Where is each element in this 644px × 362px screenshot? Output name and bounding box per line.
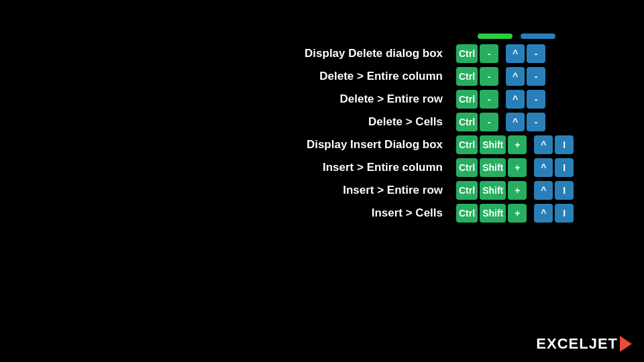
- win-key: +: [508, 135, 527, 154]
- shortcut-label: Delete > Entire row: [80, 93, 456, 106]
- shortcut-label: Delete > Entire column: [80, 70, 456, 83]
- mac-key: I: [555, 204, 574, 223]
- mac-key: I: [555, 181, 574, 200]
- mac-key: ^: [506, 113, 525, 131]
- shortcut-label: Delete > Cells: [80, 115, 456, 129]
- shortcut-label: Display Insert Dialog box: [80, 138, 456, 152]
- mac-key: -: [527, 44, 545, 63]
- mac-key: -: [527, 67, 545, 86]
- shortcut-row: Delete > CellsCtrl-^-: [80, 113, 604, 131]
- win-key: -: [480, 113, 498, 131]
- shortcut-keys: Ctrl-^-: [456, 67, 604, 86]
- shortcuts-table: Display Delete dialog boxCtrl-^-Delete >…: [0, 44, 644, 223]
- mac-header: [521, 34, 555, 39]
- mac-key: ^: [506, 90, 525, 109]
- shortcut-keys: CtrlShift+^I: [456, 135, 604, 154]
- win-key: Shift: [480, 204, 506, 223]
- shortcut-row: Insert > CellsCtrlShift+^I: [80, 204, 604, 223]
- win-key: -: [480, 44, 498, 63]
- shortcut-label: Display Delete dialog box: [80, 47, 456, 60]
- mac-key: -: [527, 113, 545, 131]
- win-key: Ctrl: [456, 90, 478, 109]
- shortcut-keys: CtrlShift+^I: [456, 158, 604, 177]
- page-title: [0, 0, 644, 34]
- win-key: -: [480, 67, 498, 86]
- mac-key: I: [555, 158, 574, 177]
- shortcut-keys: Ctrl-^-: [456, 113, 604, 131]
- shortcut-label: Insert > Entire column: [80, 161, 456, 174]
- win-key: Shift: [480, 181, 506, 200]
- win-header: [478, 34, 513, 39]
- shortcut-row: Delete > Entire rowCtrl-^-: [80, 90, 604, 109]
- mac-key: -: [527, 90, 545, 109]
- win-key: Shift: [480, 158, 506, 177]
- mac-key: I: [555, 135, 574, 154]
- mac-key: ^: [534, 135, 553, 154]
- shortcut-keys: CtrlShift+^I: [456, 204, 604, 223]
- shortcut-keys: Ctrl-^-: [456, 90, 604, 109]
- mac-key: ^: [534, 158, 553, 177]
- win-key: Ctrl: [456, 135, 478, 154]
- win-key: Ctrl: [456, 113, 478, 131]
- shortcut-row: Insert > Entire rowCtrlShift+^I: [80, 181, 604, 200]
- shortcut-keys: CtrlShift+^I: [456, 181, 604, 200]
- win-key: -: [480, 90, 498, 109]
- win-key: +: [508, 204, 527, 223]
- shortcut-label: Insert > Cells: [80, 206, 456, 220]
- shortcut-row: Display Insert Dialog boxCtrlShift+^I: [80, 135, 604, 154]
- win-key: Ctrl: [456, 44, 478, 63]
- logo: EXCELJET: [536, 335, 632, 353]
- mac-key: ^: [506, 67, 525, 86]
- shortcut-row: Delete > Entire columnCtrl-^-: [80, 67, 604, 86]
- logo-arrow-icon: [620, 336, 632, 352]
- shortcut-row: Display Delete dialog boxCtrl-^-: [80, 44, 604, 63]
- column-headers: [0, 34, 644, 39]
- mac-key: ^: [506, 44, 525, 63]
- win-key: Ctrl: [456, 204, 478, 223]
- shortcut-keys: Ctrl-^-: [456, 44, 604, 63]
- mac-key: ^: [534, 181, 553, 200]
- win-key: Ctrl: [456, 181, 478, 200]
- win-key: Shift: [480, 135, 506, 154]
- logo-text: EXCELJET: [536, 335, 618, 353]
- win-key: Ctrl: [456, 67, 478, 86]
- mac-key: ^: [534, 204, 553, 223]
- win-key: Ctrl: [456, 158, 478, 177]
- shortcut-label: Insert > Entire row: [80, 184, 456, 197]
- win-key: +: [508, 181, 527, 200]
- win-key: +: [508, 158, 527, 177]
- shortcut-row: Insert > Entire columnCtrlShift+^I: [80, 158, 604, 177]
